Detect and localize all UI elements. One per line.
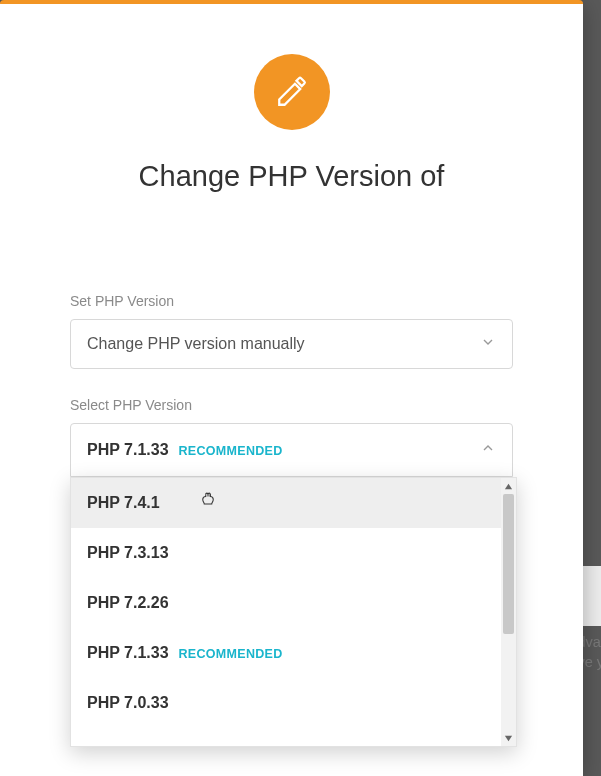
option-php-5-6-40[interactable]: PHP 5.6.40 xyxy=(71,728,516,746)
select-php-listbox: PHP 7.4.1 PHP 7.3.13 PHP 7.2. xyxy=(70,477,517,747)
chevron-down-icon xyxy=(480,334,496,354)
option-version: PHP 7.4.1 xyxy=(87,494,160,512)
svg-marker-0 xyxy=(505,483,512,488)
scrollbar-thumb[interactable] xyxy=(503,494,514,634)
select-php-dropdown: PHP 7.1.33 RECOMMENDED PHP 7.4.1 xyxy=(70,423,513,477)
scrollbar-up-icon[interactable] xyxy=(501,478,516,494)
svg-marker-1 xyxy=(505,735,512,740)
option-php-7-2-26[interactable]: PHP 7.2.26 xyxy=(71,578,516,628)
option-version: PHP 7.0.33 xyxy=(87,694,169,712)
chevron-up-icon xyxy=(480,440,496,460)
select-php-label: Select PHP Version xyxy=(70,397,513,413)
selected-version: PHP 7.1.33 xyxy=(87,441,169,459)
set-php-select[interactable]: Change PHP version manually xyxy=(70,319,513,369)
cursor-icon xyxy=(199,492,217,514)
option-php-7-3-13[interactable]: PHP 7.3.13 xyxy=(71,528,516,578)
change-php-modal: Change PHP Version of Set PHP Version Ch… xyxy=(0,0,583,776)
scrollbar[interactable] xyxy=(501,478,516,746)
pencil-icon xyxy=(254,54,330,130)
option-version: PHP 7.2.26 xyxy=(87,594,169,612)
option-version: PHP 7.1.33 xyxy=(87,644,169,662)
select-php-trigger[interactable]: PHP 7.1.33 RECOMMENDED xyxy=(70,423,513,477)
option-php-7-0-33[interactable]: PHP 7.0.33 xyxy=(71,678,516,728)
option-version: PHP 7.3.13 xyxy=(87,544,169,562)
set-php-value: Change PHP version manually xyxy=(87,335,305,353)
set-php-label: Set PHP Version xyxy=(70,293,513,309)
scrollbar-down-icon[interactable] xyxy=(501,730,516,746)
option-php-7-4-1[interactable]: PHP 7.4.1 xyxy=(71,478,516,528)
selected-badge: RECOMMENDED xyxy=(179,444,283,458)
option-badge: RECOMMENDED xyxy=(179,647,283,661)
modal-title: Change PHP Version of xyxy=(70,160,513,193)
option-php-7-1-33[interactable]: PHP 7.1.33 RECOMMENDED xyxy=(71,628,516,678)
option-version: PHP 5.6.40 xyxy=(87,744,169,746)
